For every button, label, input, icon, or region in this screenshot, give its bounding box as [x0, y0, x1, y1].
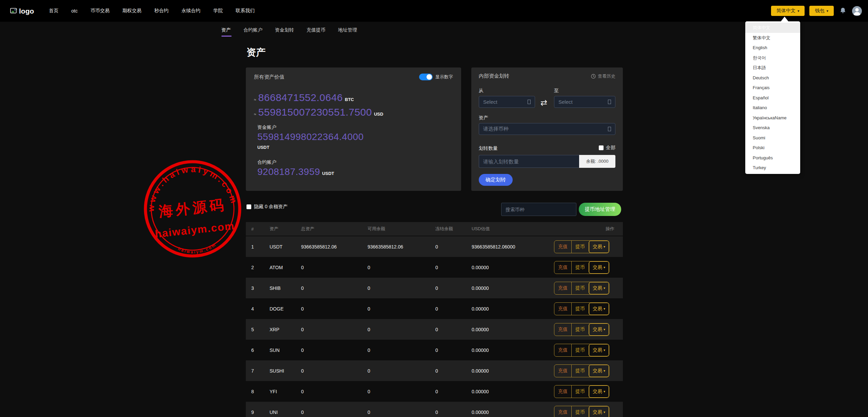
language-option[interactable]: Deutsch [745, 73, 800, 83]
row-index: 6 [246, 348, 270, 353]
row-usd-value: 0.00000 [472, 368, 554, 374]
row-frozen: 0 [435, 327, 472, 332]
hide-zero-balance-row[interactable]: 隐藏 0 余额资产 [246, 204, 288, 210]
language-option[interactable]: Svenska [745, 123, 800, 133]
caret-down-icon: ▾ [604, 348, 605, 352]
nav-item[interactable]: 学院 [213, 8, 223, 14]
trade-button[interactable]: 交易▾ [589, 261, 609, 274]
language-option[interactable]: 日本語 [745, 63, 800, 73]
withdraw-button[interactable]: 提币 [571, 282, 589, 294]
transfer-to-select[interactable]: Select [554, 96, 615, 108]
transfer-asset-select[interactable]: 请选择币种 [479, 123, 615, 135]
subnav-tab[interactable]: 合约账户 [243, 27, 262, 37]
main-nav: 首页otc币币交易期权交易秒合约永续合约学院联系我们 [49, 8, 255, 14]
caret-down-icon: ▾ [604, 410, 605, 414]
nav-item[interactable]: otc [71, 8, 78, 14]
language-option[interactable]: Español [745, 93, 800, 103]
withdraw-button[interactable]: 提币 [571, 303, 589, 315]
subnav-tab[interactable]: 充值提币 [307, 27, 326, 37]
subnav-tab[interactable]: 资产 [221, 27, 231, 37]
transfer-all-checkbox-row[interactable]: 全部 [599, 145, 615, 151]
deposit-button[interactable]: 充值 [554, 406, 571, 417]
subnav-tab[interactable]: 资金划转 [275, 27, 294, 37]
trade-button[interactable]: 交易▾ [589, 344, 609, 356]
wallet-button[interactable]: 钱包 ▾ [809, 6, 834, 16]
trade-button[interactable]: 交易▾ [589, 406, 609, 417]
notifications-bell-icon[interactable] [839, 7, 847, 15]
user-avatar[interactable] [852, 6, 862, 16]
deposit-button[interactable]: 充值 [554, 323, 571, 336]
withdraw-button[interactable]: 提币 [571, 406, 589, 417]
nav-item[interactable]: 秒合约 [154, 8, 169, 14]
watermark-center-text: 海外源码 [158, 197, 227, 220]
withdraw-button[interactable]: 提币 [571, 261, 589, 274]
language-option-selected[interactable]: 简体中文 [745, 23, 800, 33]
row-asset: USDT [270, 244, 301, 250]
nav-item[interactable]: 首页 [49, 8, 58, 14]
trade-button[interactable]: 交易▾ [589, 385, 609, 398]
withdraw-address-button[interactable]: 提币地址管理 [579, 203, 621, 216]
deposit-button[interactable]: 充值 [554, 282, 571, 294]
confirm-transfer-button[interactable]: 确定划转 [479, 174, 513, 186]
language-option[interactable]: УкраїнськаName [745, 113, 800, 123]
deposit-button[interactable]: 充值 [554, 261, 571, 274]
withdraw-button[interactable]: 提币 [571, 344, 589, 356]
language-option[interactable]: Suomi [745, 133, 800, 143]
deposit-button[interactable]: 充值 [554, 385, 571, 398]
watermark-domain-text: haiwaiym.com [154, 220, 235, 240]
trade-button[interactable]: 交易▾ [589, 241, 609, 253]
language-option[interactable]: Italiano [745, 103, 800, 113]
withdraw-button[interactable]: 提币 [571, 385, 589, 398]
deposit-button[interactable]: 充值 [554, 303, 571, 315]
nav-item[interactable]: 联系我们 [236, 8, 255, 14]
subnav-tab[interactable]: 地址管理 [338, 27, 357, 37]
nav-item[interactable]: 币币交易 [91, 8, 110, 14]
row-action-group: 充值 提币 交易▾ [554, 261, 609, 274]
language-option[interactable]: Turkey [745, 163, 800, 173]
assets-table-body: 1 USDT 93663585812.06 93663585812.06 0 9… [246, 236, 623, 417]
row-total: 0 [301, 389, 368, 394]
logo[interactable]: logo [10, 7, 34, 15]
trade-button[interactable]: 交易▾ [589, 365, 609, 377]
transfer-from-select[interactable]: Select [479, 96, 535, 108]
withdraw-button[interactable]: 提币 [571, 241, 589, 253]
caret-down-icon: ▾ [604, 286, 605, 290]
trade-button[interactable]: 交易▾ [589, 282, 609, 294]
view-history-link[interactable]: 查看历史 [591, 73, 615, 79]
show-numbers-toggle[interactable] [419, 74, 433, 80]
transfer-panel-title: 内部资金划转 [479, 73, 509, 79]
column-header: 操作 [554, 226, 623, 232]
language-option[interactable]: Polski [745, 143, 800, 153]
search-coin-input[interactable] [501, 203, 576, 216]
row-frozen: 0 [435, 389, 472, 394]
wallet-button-label: 钱包 [815, 8, 824, 14]
transfer-all-checkbox[interactable] [599, 145, 604, 150]
row-available: 0 [368, 327, 435, 332]
transfer-amount-input[interactable] [479, 155, 579, 168]
language-option[interactable]: 繁体中文 [745, 33, 800, 43]
trade-button[interactable]: 交易▾ [589, 303, 609, 315]
deposit-button[interactable]: 充值 [554, 344, 571, 356]
trade-button[interactable]: 交易▾ [589, 323, 609, 336]
withdraw-button[interactable]: 提币 [571, 323, 589, 336]
row-frozen: 0 [435, 285, 472, 291]
hide-zero-checkbox[interactable] [246, 204, 251, 209]
row-available: 0 [368, 368, 435, 374]
nav-item[interactable]: 永续合约 [181, 8, 200, 14]
language-option[interactable]: English [745, 43, 800, 53]
nav-item[interactable]: 期权交易 [122, 8, 141, 14]
language-button[interactable]: 简体中文 ▾ [771, 6, 805, 16]
row-asset: YFI [270, 389, 301, 394]
logo-broken-image-icon [10, 8, 18, 15]
withdraw-button[interactable]: 提币 [571, 365, 589, 377]
row-total: 0 [301, 265, 368, 270]
language-option[interactable]: Português [745, 153, 800, 163]
hide-zero-label: 隐藏 0 余额资产 [254, 204, 288, 210]
language-option[interactable]: Français [745, 83, 800, 93]
row-total: 0 [301, 368, 368, 374]
swap-direction-icon[interactable]: ⇄ [540, 98, 547, 107]
deposit-button[interactable]: 充值 [554, 241, 571, 253]
assets-table: #资产总资产可用余额冻结余额USD估值操作 1 USDT 93663585812… [246, 222, 623, 417]
deposit-button[interactable]: 充值 [554, 365, 571, 377]
language-option[interactable]: 한국어 [745, 53, 800, 63]
